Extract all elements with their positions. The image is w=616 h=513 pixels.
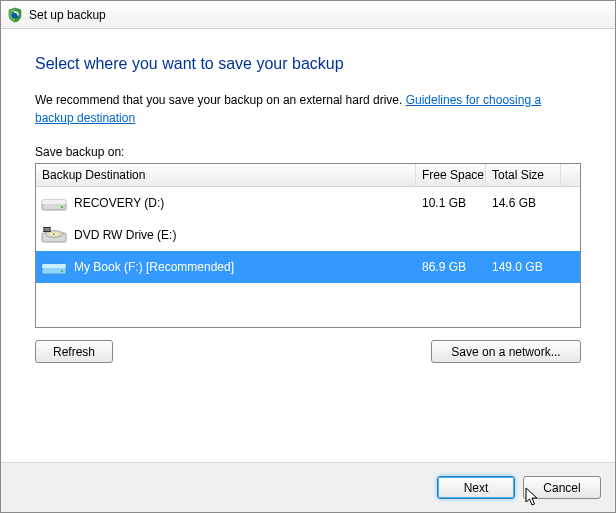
svg-text:DVD: DVD <box>43 228 51 232</box>
svg-rect-2 <box>42 200 66 204</box>
svg-rect-10 <box>42 264 66 268</box>
col-header-destination[interactable]: Backup Destination <box>36 164 416 186</box>
refresh-button[interactable]: Refresh <box>35 340 113 363</box>
list-row[interactable]: RECOVERY (D:)10.1 GB14.6 GB <box>36 187 580 219</box>
drive-name: My Book (F:) [Recommended] <box>74 260 234 274</box>
wizard-window: Set up backup Select where you want to s… <box>0 0 616 513</box>
button-row: Refresh Save on a network... <box>35 340 581 363</box>
total-size-cell: 149.0 GB <box>486 260 561 274</box>
list-header[interactable]: Backup Destination Free Space Total Size <box>36 164 580 187</box>
svg-point-11 <box>61 270 64 273</box>
list-row[interactable]: My Book (F:) [Recommended]86.9 GB149.0 G… <box>36 251 580 283</box>
col-header-free-space[interactable]: Free Space <box>416 164 486 186</box>
col-header-extra <box>561 164 580 186</box>
svg-point-3 <box>61 206 64 209</box>
list-body: RECOVERY (D:)10.1 GB14.6 GBDVDDVD RW Dri… <box>36 187 580 283</box>
drive-name: RECOVERY (D:) <box>74 196 164 210</box>
page-heading: Select where you want to save your backu… <box>35 55 581 73</box>
intro-text: We recommend that you save your backup o… <box>35 91 581 127</box>
svg-point-6 <box>53 233 55 235</box>
total-size-cell: 14.6 GB <box>486 196 561 210</box>
save-on-label: Save backup on: <box>35 145 581 159</box>
col-header-total-size[interactable]: Total Size <box>486 164 561 186</box>
external-drive-icon <box>40 256 68 278</box>
window-title: Set up backup <box>29 8 106 22</box>
footer: Next Cancel <box>1 462 615 512</box>
free-space-cell: 10.1 GB <box>416 196 486 210</box>
hard-drive-icon <box>40 192 68 214</box>
cancel-button[interactable]: Cancel <box>523 476 601 499</box>
backup-shield-icon <box>7 7 23 23</box>
drive-name: DVD RW Drive (E:) <box>74 228 176 242</box>
optical-drive-icon: DVD <box>40 224 68 246</box>
destination-list: Backup Destination Free Space Total Size… <box>35 163 581 328</box>
content-area: Select where you want to save your backu… <box>1 29 615 462</box>
next-button[interactable]: Next <box>437 476 515 499</box>
titlebar: Set up backup <box>1 1 615 29</box>
intro-plain: We recommend that you save your backup o… <box>35 93 406 107</box>
list-row[interactable]: DVDDVD RW Drive (E:) <box>36 219 580 251</box>
free-space-cell: 86.9 GB <box>416 260 486 274</box>
save-on-network-button[interactable]: Save on a network... <box>431 340 581 363</box>
